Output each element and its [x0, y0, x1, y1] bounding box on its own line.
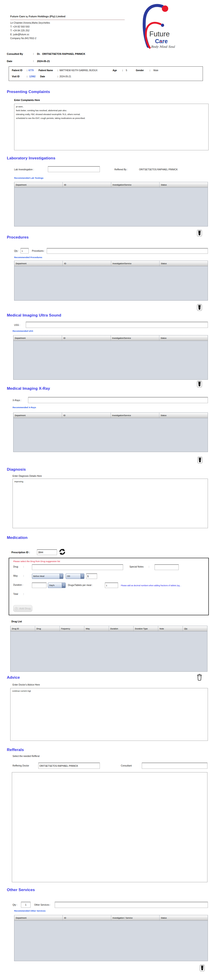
colon: : — [149, 565, 149, 568]
plus-circle-icon: + — [15, 607, 18, 610]
logo-word-future: Future — [149, 30, 170, 38]
procedures-qty-label: Qty : — [14, 250, 19, 252]
procedures-delete-button[interactable] — [197, 304, 202, 312]
other-services-qty-input[interactable] — [21, 902, 31, 908]
gender-value: Male — [153, 69, 159, 72]
visit-date-value: 2024-05-21 — [59, 75, 71, 78]
lab-delete-button[interactable] — [197, 230, 202, 237]
column-header: Duration Type — [133, 626, 158, 631]
logo-blue-dot — [161, 24, 164, 27]
visit-id-label: Visit ID — [12, 75, 19, 78]
prescription-id-input[interactable] — [37, 549, 57, 555]
column-header: Department — [13, 413, 62, 418]
uss-input[interactable] — [26, 322, 208, 328]
logo-red-dot — [162, 5, 168, 12]
drug-input[interactable] — [32, 564, 123, 570]
colon: : — [23, 565, 24, 568]
diagnosis-textarea[interactable]: improving — [13, 479, 208, 528]
duration-unit-value: Day/s — [48, 583, 62, 588]
complaints-label: Enter Complaints Here — [14, 99, 40, 102]
xray-input[interactable] — [28, 397, 208, 403]
referrals-listbox[interactable] — [12, 772, 207, 882]
duration-input[interactable] — [32, 582, 47, 588]
other-services-input[interactable] — [55, 902, 208, 908]
colon: : — [33, 60, 34, 62]
company-phone-2: T: +24 84 225 252 — [10, 29, 29, 32]
referring-doctor-input[interactable] — [38, 763, 100, 769]
fraction-note: Please add as decimal numbers when addin… — [121, 584, 208, 587]
frequency-dropdown[interactable]: OD ▼ — [66, 573, 84, 579]
colon: : — [23, 574, 24, 577]
patient-id-value: 6779 — [29, 69, 34, 72]
trash-icon — [200, 964, 205, 971]
chevron-down-icon: ▼ — [59, 574, 63, 579]
per-meal-input[interactable] — [105, 582, 118, 588]
complaints-textarea[interactable]: pt seen, feels better, vomiting has reso… — [14, 104, 209, 150]
consultant-label: Consultant — [121, 764, 132, 767]
chevron-down-icon: ▼ — [62, 583, 66, 588]
lab-table-header: DepartmentIDInvestigation/ServiceStatus — [14, 182, 208, 188]
lab-testings-table: DepartmentIDInvestigation/ServiceStatus — [14, 182, 208, 226]
colon: : — [58, 69, 58, 72]
refresh-icon — [59, 549, 66, 555]
column-header: ID — [63, 182, 111, 187]
diagnosis-label: Enter Diagnosis Details Here — [13, 475, 42, 477]
column-header: Department — [14, 182, 63, 187]
consultation-page: Future Care by Future Holdings (Pty) Lim… — [0, 0, 212, 980]
prescription-id-label: Prescription ID : — [11, 551, 30, 554]
xray-table: DepartmentIDInvestigation/ServiceStatus — [13, 412, 208, 452]
company-logo: Future Care ♥ Body Mind Soul — [137, 2, 196, 51]
column-header: ID — [63, 915, 111, 920]
duration-unit-dropdown[interactable]: Day/s ▼ — [48, 582, 66, 588]
drug-list-table-body — [11, 632, 207, 671]
age-value: 5 — [126, 69, 127, 72]
meal-timing-value: Before Meal — [32, 574, 59, 579]
company-address: Le Chainter,Victoria,Mahe,Seychelles — [10, 21, 50, 24]
uss-table-header: DepartmentIDInvestigation/ServiceStatus — [13, 336, 208, 341]
consult-date-value: 2024-05-21 — [37, 60, 50, 62]
advice-textarea[interactable]: continue current mgt — [10, 688, 208, 741]
special-notes-input[interactable] — [154, 564, 179, 570]
other-services-section-title: Other Services — [7, 888, 35, 892]
procedures-table-body — [14, 266, 208, 300]
column-header: Drug ID — [11, 626, 35, 631]
consultant-input[interactable] — [142, 763, 207, 769]
lab-table-body — [14, 188, 208, 226]
uss-delete-button[interactable] — [197, 381, 202, 388]
uss-table: DepartmentIDInvestigation/ServiceStatus — [13, 335, 208, 380]
way-qty-input[interactable] — [86, 573, 97, 579]
drug-list-table: Drug IDDrugFequencyWayDurationDuration T… — [10, 626, 207, 672]
trash-icon — [196, 673, 202, 681]
company-name-rest: Future Holdings (Pty) Limited — [29, 15, 66, 18]
column-header: Investigation/Service — [111, 413, 159, 418]
meal-timing-dropdown[interactable]: Before Meal ▼ — [32, 573, 63, 579]
drug-list-delete-button[interactable] — [196, 673, 202, 681]
colon: : — [122, 69, 123, 72]
patient-name-label: Patient Name — [39, 69, 53, 72]
recommended-lab-testings-label: Recommended Lab Testings — [14, 177, 43, 179]
procedures-input[interactable] — [47, 248, 208, 254]
add-drug-button[interactable]: + Add Drug — [13, 605, 32, 612]
prescription-refresh-button[interactable] — [59, 549, 66, 556]
other-services-table-body — [14, 921, 208, 961]
trash-icon — [198, 457, 202, 463]
column-header: Duration — [109, 626, 133, 631]
other-services-delete-button[interactable] — [200, 964, 205, 972]
doctor-prefix: Dr. — [37, 52, 40, 55]
column-header: Investigation/Service — [111, 182, 159, 187]
procedures-qty-input[interactable] — [21, 248, 29, 253]
company-name-by: by — [26, 16, 28, 18]
drug-entry-form: Please select the Drug from Drug suggess… — [9, 558, 209, 615]
xray-input-label: X-Rays : — [13, 399, 21, 402]
per-meal-label: Drugs/Tablets per meal : — [68, 584, 93, 586]
xray-delete-button[interactable] — [198, 457, 202, 464]
column-header: Investigation/Service — [111, 336, 159, 340]
colon: : — [23, 593, 24, 595]
referrals-subtitle: Select the needed Refferal — [13, 755, 39, 757]
colon: : — [58, 75, 58, 78]
uss-section-title: Medical Imaging Ultra Sound — [7, 313, 61, 318]
patient-id-label: Patient ID — [12, 69, 22, 72]
lab-investigation-input[interactable] — [48, 166, 100, 172]
xray-table-body — [13, 418, 208, 452]
company-header: Future Care by Future Holdings (Pty) Lim… — [0, 0, 212, 52]
